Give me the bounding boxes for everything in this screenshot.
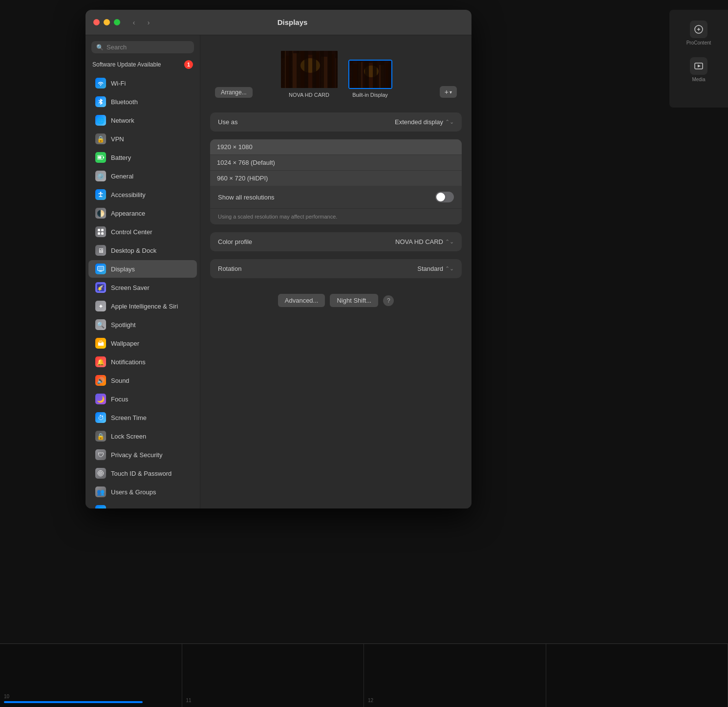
- show-all-resolutions-toggle[interactable]: [435, 192, 454, 202]
- lock-screen-icon: 🔒: [95, 431, 106, 442]
- sidebar-item-general[interactable]: ⚙️ General: [88, 167, 197, 185]
- nova-hd-card-thumb[interactable]: [280, 50, 339, 89]
- screen-saver-icon: 🌠: [95, 282, 106, 293]
- displays-icon: [95, 264, 106, 274]
- builtin-display-thumb[interactable]: [348, 60, 392, 89]
- use-as-label: Use as: [218, 118, 395, 126]
- forward-button[interactable]: ›: [143, 17, 154, 28]
- sidebar-item-wifi[interactable]: Wi-Fi: [88, 74, 197, 92]
- add-display-plus-icon: +: [445, 88, 449, 96]
- search-input[interactable]: [107, 44, 189, 51]
- sidebar-item-label-network: Network: [111, 117, 134, 124]
- svg-rect-22: [335, 58, 338, 88]
- sidebar-item-sound[interactable]: 🔊 Sound: [88, 372, 197, 389]
- network-icon: 🌐: [95, 115, 106, 126]
- window-title: Displays: [160, 18, 425, 26]
- sidebar-item-bluetooth[interactable]: Bluetooth: [88, 93, 197, 110]
- system-preferences-window: ‹ › Displays 🔍 Software Update Available…: [86, 10, 471, 508]
- maximize-button[interactable]: [114, 19, 120, 25]
- svg-rect-14: [281, 58, 285, 88]
- procontent-icon-container[interactable]: ProContent: [683, 15, 715, 51]
- toggle-knob: [436, 193, 445, 201]
- sidebar-item-label-appearance: Appearance: [111, 210, 145, 217]
- rotation-dropdown[interactable]: Standard ⌃⌄: [417, 265, 454, 272]
- svg-rect-18: [308, 55, 313, 88]
- sidebar-item-accessibility[interactable]: Accessibility: [88, 186, 197, 203]
- sidebar-item-lock-screen[interactable]: 🔒 Lock Screen: [88, 427, 197, 445]
- control-center-icon: [95, 226, 106, 237]
- sidebar: 🔍 Software Update Available 1 Wi-Fi: [86, 35, 200, 508]
- advanced-button[interactable]: Advanced...: [278, 294, 325, 307]
- sidebar-item-network[interactable]: 🌐 Network: [88, 111, 197, 129]
- timeline-segment-12: 12: [364, 644, 546, 707]
- internet-accounts-icon: 🌐: [95, 505, 106, 508]
- color-profile-section: Color profile NOVA HD CARD ⌃⌄: [210, 232, 462, 251]
- sidebar-item-label-lock-screen: Lock Screen: [111, 433, 146, 440]
- sidebar-item-control-center[interactable]: Control Center: [88, 223, 197, 241]
- sidebar-item-focus[interactable]: 🌙 Focus: [88, 390, 197, 408]
- timeline-segment-11: 11: [182, 644, 364, 707]
- accessibility-icon: [95, 189, 106, 200]
- search-box[interactable]: 🔍: [91, 41, 194, 53]
- arrange-button[interactable]: Arrange...: [215, 87, 253, 98]
- rotation-row: Rotation Standard ⌃⌄: [210, 259, 462, 278]
- procontent-label: ProContent: [686, 40, 711, 45]
- performance-note: Using a scaled resolution may affect per…: [210, 209, 462, 224]
- desktop-dock-icon: 🖥: [95, 245, 106, 256]
- sidebar-item-apple-intelligence[interactable]: ✦ Apple Intelligence & Siri: [88, 297, 197, 315]
- sidebar-item-label-notifications: Notifications: [111, 358, 146, 366]
- nova-hd-card-label: NOVA HD CARD: [289, 92, 329, 98]
- use-as-row: Use as Extended display ⌃⌄: [210, 112, 462, 132]
- svg-rect-24: [292, 51, 293, 88]
- builtin-display-label: Built-in Display: [352, 92, 388, 98]
- sidebar-item-users-groups[interactable]: 👥 Users & Groups: [88, 483, 197, 501]
- sidebar-item-displays[interactable]: Displays: [88, 260, 197, 278]
- sidebar-item-battery[interactable]: Battery: [88, 149, 197, 166]
- svg-rect-7: [101, 232, 104, 235]
- sidebar-item-internet-accounts[interactable]: 🌐 Internet Accounts: [88, 502, 197, 508]
- sidebar-item-wallpaper[interactable]: 🏔 Wallpaper: [88, 334, 197, 352]
- nav-arrows: ‹ ›: [128, 17, 154, 28]
- svg-rect-4: [98, 229, 100, 231]
- help-button[interactable]: ?: [383, 295, 394, 306]
- sidebar-item-label-internet-accounts: Internet Accounts: [111, 507, 160, 509]
- sidebar-item-appearance[interactable]: 🌓 Appearance: [88, 204, 197, 222]
- sidebar-item-privacy-security[interactable]: 🛡 Privacy & Security: [88, 446, 197, 464]
- resolution-item-960[interactable]: 960 × 720 (HiDPI): [210, 171, 462, 186]
- sidebar-item-notifications[interactable]: 🔔 Notifications: [88, 353, 197, 371]
- night-shift-button[interactable]: Night Shift...: [330, 294, 378, 307]
- sidebar-item-desktop-dock[interactable]: 🖥 Desktop & Dock: [88, 242, 197, 259]
- color-profile-label: Color profile: [218, 238, 395, 245]
- sidebar-item-vpn[interactable]: 🔒 VPN: [88, 130, 197, 148]
- bluetooth-icon: [95, 96, 106, 107]
- sidebar-item-label-bluetooth: Bluetooth: [111, 98, 138, 106]
- sidebar-item-screen-time[interactable]: ⏱ Screen Time: [88, 409, 197, 426]
- svg-rect-35: [385, 63, 389, 88]
- sidebar-item-label-users-groups: Users & Groups: [111, 488, 156, 496]
- media-icon-container[interactable]: Media: [686, 51, 711, 88]
- use-as-dropdown[interactable]: Extended display ⌃⌄: [395, 118, 454, 126]
- resolution-item-1024[interactable]: 1024 × 768 (Default): [210, 155, 462, 171]
- sidebar-item-label-privacy-security: Privacy & Security: [111, 451, 162, 459]
- back-button[interactable]: ‹: [128, 17, 140, 28]
- software-update-banner[interactable]: Software Update Available 1: [86, 57, 200, 72]
- svg-rect-19: [315, 52, 319, 88]
- color-profile-dropdown[interactable]: NOVA HD CARD ⌃⌄: [395, 238, 454, 245]
- add-display-button[interactable]: + ▾: [440, 86, 457, 98]
- minimize-button[interactable]: [104, 19, 110, 25]
- update-badge: 1: [184, 60, 193, 69]
- displays-row: Arrange...: [210, 45, 462, 103]
- svg-rect-13: [281, 51, 338, 88]
- svg-rect-16: [293, 53, 299, 88]
- sidebar-item-screen-saver[interactable]: 🌠 Screen Saver: [88, 279, 197, 296]
- sidebar-item-touch-id[interactable]: Touch ID & Password: [88, 464, 197, 482]
- builtin-display-preview: [349, 61, 391, 88]
- close-button[interactable]: [93, 19, 100, 25]
- sidebar-item-label-wifi: Wi-Fi: [111, 80, 126, 87]
- sidebar-item-spotlight[interactable]: 🔍 Spotlight: [88, 316, 197, 333]
- sidebar-item-label-accessibility: Accessibility: [111, 191, 146, 199]
- procontent-icon: [690, 21, 707, 38]
- svg-rect-30: [358, 62, 363, 88]
- nova-hd-card-container: NOVA HD CARD: [280, 50, 339, 98]
- resolution-item-1920[interactable]: 1920 × 1080: [210, 139, 462, 155]
